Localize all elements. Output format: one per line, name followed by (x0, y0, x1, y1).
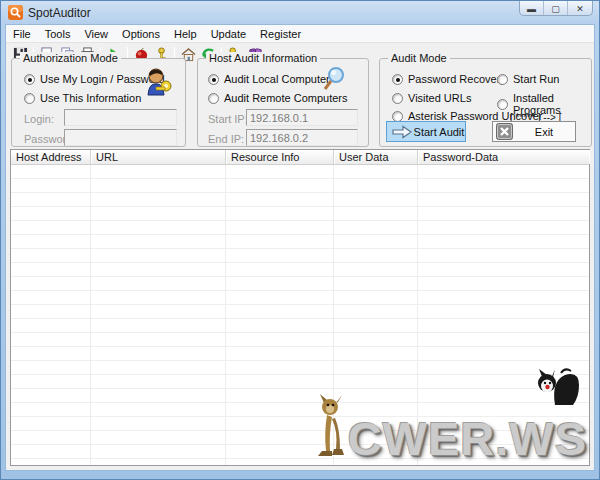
radio-use-this-information[interactable]: Use This Information (24, 92, 141, 104)
column-divider (90, 165, 91, 465)
column-header-resource-info[interactable]: Resource Info (226, 150, 334, 164)
menu-help[interactable]: Help (167, 26, 204, 42)
table-body[interactable]: CWER.WS (11, 165, 589, 465)
radio-start-run[interactable]: Start Run (497, 73, 559, 85)
menu-update[interactable]: Update (204, 26, 253, 42)
radio-icon[interactable] (392, 111, 403, 122)
window-controls: ▬ ▢ ✕ (519, 1, 593, 16)
radio-label: Password Recovery (408, 73, 506, 85)
watermark-text: CWER.WS (348, 419, 587, 459)
group-title: Audit Mode (388, 52, 450, 64)
radio-icon[interactable] (24, 74, 35, 85)
radio-icon[interactable] (392, 93, 403, 104)
start-audit-label: Start Audit (413, 126, 465, 138)
host-audit-group: Host Audit Information Audit Local Compu… (197, 58, 369, 147)
exit-x-icon (496, 123, 513, 140)
group-title: Authorization Mode (20, 52, 121, 64)
group-title: Host Audit Information (206, 52, 320, 64)
radio-label: Audit Local Computer (224, 73, 330, 85)
menu-tools[interactable]: Tools (38, 26, 78, 42)
column-header-host-address[interactable]: Host Address (11, 150, 91, 164)
radio-label: Start Run (513, 73, 559, 85)
radio-label: Audit Remote Computers (224, 92, 348, 104)
titlebar[interactable]: SpotAuditor (1, 1, 599, 24)
column-header-user-data[interactable]: User Data (334, 150, 418, 164)
magnifier-icon (320, 65, 348, 93)
menu-register[interactable]: Register (253, 26, 308, 42)
password-input[interactable] (64, 129, 177, 146)
authorization-mode-group: Authorization Mode Use My Login / Passwo… (11, 58, 186, 147)
cwer-watermark: CWER.WS (310, 393, 587, 459)
column-header-password-data[interactable]: Password-Data (418, 150, 589, 164)
radio-icon[interactable] (497, 74, 508, 85)
radio-icon[interactable] (208, 93, 219, 104)
start-ip-input[interactable] (246, 109, 358, 126)
table-header: Host Address URL Resource Info User Data… (11, 150, 589, 165)
window-title: SpotAuditor (28, 6, 91, 20)
user-key-icon (142, 67, 174, 97)
cat-graphic (525, 367, 581, 407)
radio-icon[interactable] (497, 99, 508, 110)
radio-audit-remote[interactable]: Audit Remote Computers (208, 92, 348, 104)
exit-label: Exit (513, 126, 575, 138)
app-icon (8, 5, 23, 20)
column-header-url[interactable]: URL (91, 150, 226, 164)
start-ip-label: Start IP: (208, 113, 248, 125)
radio-icon[interactable] (392, 74, 403, 85)
radio-visited-urls[interactable]: Visited URLs (392, 92, 471, 104)
minimize-button[interactable]: ▬ (520, 1, 544, 16)
start-audit-button[interactable]: Start Audit (386, 121, 466, 142)
menu-options[interactable]: Options (115, 26, 167, 42)
menu-view[interactable]: View (77, 26, 115, 42)
end-ip-input[interactable] (246, 129, 358, 146)
close-button[interactable]: ✕ (568, 1, 592, 16)
radio-label: Use This Information (40, 92, 141, 104)
spotauditor-window: SpotAuditor ▬ ▢ ✕ File Tools View Option… (0, 0, 600, 480)
audit-mode-group: Audit Mode Password Recovery Start Run V… (379, 58, 592, 147)
menu-bar: File Tools View Options Help Update Regi… (6, 25, 594, 43)
radio-audit-local[interactable]: Audit Local Computer (208, 73, 330, 85)
column-divider (225, 165, 226, 465)
client-area: File Tools View Options Help Update Regi… (5, 24, 595, 471)
radio-icon[interactable] (24, 93, 35, 104)
login-input[interactable] (64, 109, 177, 126)
login-label: Login: (24, 113, 54, 125)
radio-password-recovery[interactable]: Password Recovery (392, 73, 506, 85)
end-ip-label: End IP: (208, 133, 244, 145)
maximize-button[interactable]: ▢ (544, 1, 568, 16)
start-audit-arrow-icon (391, 125, 413, 139)
results-table: Host Address URL Resource Info User Data… (10, 149, 590, 466)
radio-icon[interactable] (208, 74, 219, 85)
exit-button[interactable]: Exit (492, 121, 576, 142)
menu-file[interactable]: File (6, 26, 38, 42)
radio-label: Visited URLs (408, 92, 471, 104)
